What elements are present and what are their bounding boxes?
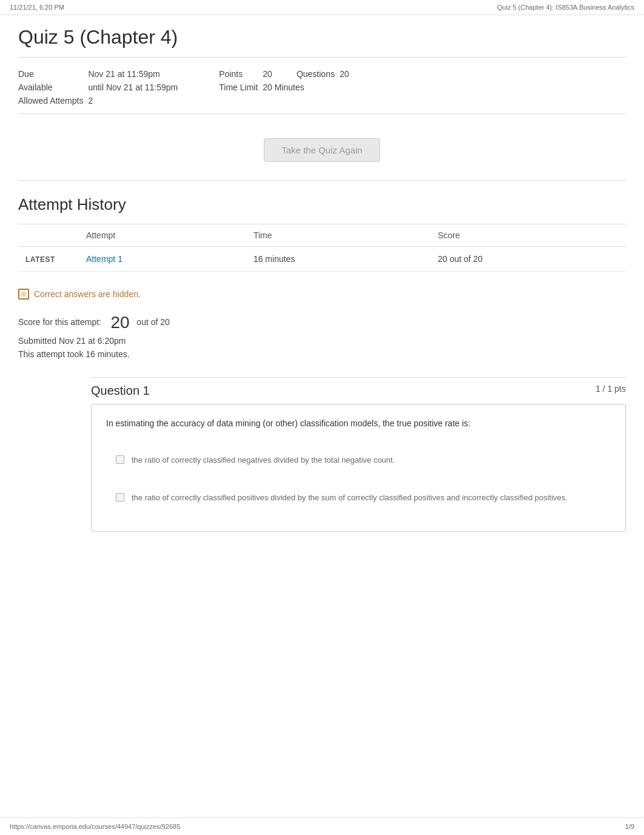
question-pts: 1 / 1 pts [595,384,626,394]
take-quiz-section: Take the Quiz Again [18,114,626,181]
svg-rect-0 [21,292,26,297]
question-title: Question 1 [91,384,150,398]
points-label: Points [219,67,263,81]
answer-text-1: the ratio of correctly classified negati… [132,454,395,466]
duration-info: This attempt took 16 minutes. [18,349,626,359]
due-value: Nov 21 at 11:59pm [88,67,183,81]
question-header: Question 1 1 / 1 pts [91,377,626,404]
col-tag-header [18,224,79,247]
points-value: 20 [263,67,297,81]
time-limit-label: Time Limit [219,81,263,94]
browser-page-title: Quiz 5 (Chapter 4): IS853A Business Anal… [497,4,634,11]
score-prefix: Score for this attempt: [18,317,101,327]
correct-answers-notice: Correct answers are hidden. [18,286,626,302]
notice-text: Correct answers are hidden. [34,289,141,299]
notice-icon [18,289,29,300]
col-time-header: Time [246,224,431,247]
questions-container: Question 1 1 / 1 pts In estimating the a… [18,377,626,532]
attempt-details-section: Correct answers are hidden. Score for th… [18,272,626,359]
col-score-header: Score [431,224,626,247]
attempt-history-title: Attempt History [18,195,626,214]
score-big: 20 [111,313,130,332]
time-limit-value: 20 Minutes [263,81,354,94]
score-suffix: out of 20 [136,317,170,327]
col-attempt-header: Attempt [79,224,246,247]
attempt-time: 16 minutes [246,247,431,272]
browser-bar: 11/21/21, 6:20 PM Quiz 5 (Chapter 4): IS… [0,0,644,15]
latest-label: LATEST [25,255,55,264]
submitted-info: Submitted Nov 21 at 6:20pm [18,336,626,346]
attempt-history-table: Attempt Time Score LATEST Attempt 1 16 m… [18,224,626,272]
questions-value: 20 [340,67,354,81]
score-info-line: Score for this attempt: 20 out of 20 [18,313,626,332]
page-container: Quiz 5 (Chapter 4) Due Nov 21 at 11:59pm… [0,15,644,566]
answer-option-1: the ratio of correctly classified negati… [106,444,611,476]
available-label: Available [18,81,88,94]
allowed-attempts-label: Allowed Attempts [18,94,88,107]
attempt-score: 20 out of 20 [431,247,626,272]
answer-radio-2[interactable] [116,493,124,501]
answer-radio-1[interactable] [116,455,124,464]
questions-label: Questions [297,67,340,81]
due-label: Due [18,67,88,81]
question-section-1: Question 1 1 / 1 pts In estimating the a… [91,377,626,532]
answer-option-2: the ratio of correctly classified positi… [106,482,611,514]
available-value: until Nov 21 at 11:59pm [88,81,183,94]
answer-text-2: the ratio of correctly classified positi… [132,492,568,504]
table-row: LATEST Attempt 1 16 minutes 20 out of 20 [18,247,626,272]
attempt-link[interactable]: Attempt 1 [86,254,122,264]
take-quiz-button[interactable]: Take the Quiz Again [264,138,380,162]
attempt-history-section: Attempt History Attempt Time Score LATES… [18,181,626,272]
browser-timestamp: 11/21/21, 6:20 PM [10,4,64,11]
question-text: In estimating the accuracy of data minin… [106,417,611,430]
question-box: In estimating the accuracy of data minin… [91,404,626,532]
page-title: Quiz 5 (Chapter 4) [18,15,626,58]
allowed-attempts-value: 2 [88,94,183,107]
quiz-meta: Due Nov 21 at 11:59pm Points 20 Question… [18,58,626,114]
